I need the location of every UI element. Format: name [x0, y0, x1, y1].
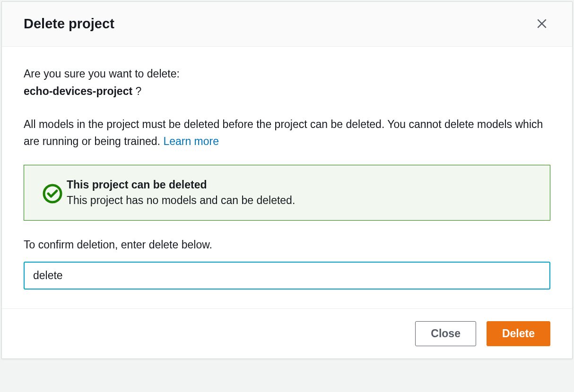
success-check-icon [42, 183, 63, 206]
status-description: This project has no models and can be de… [67, 194, 537, 207]
modal-header: Delete project [2, 2, 572, 47]
modal-title: Delete project [24, 16, 114, 32]
confirm-question: Are you sure you want to delete: [24, 66, 550, 82]
warning-text: All models in the project must be delete… [24, 116, 550, 150]
close-icon[interactable] [533, 15, 550, 32]
learn-more-link[interactable]: Learn more [163, 135, 219, 147]
modal-body: Are you sure you want to delete: echo-de… [2, 47, 572, 308]
delete-project-modal: Delete project Are you sure you want to … [1, 1, 573, 359]
status-success-box: This project can be deleted This project… [24, 165, 550, 221]
modal-footer: Close Delete [2, 308, 572, 358]
question-suffix: ? [135, 85, 141, 97]
status-title: This project can be deleted [67, 179, 537, 191]
project-name-line: echo-devices-project ? [24, 83, 550, 100]
confirm-input-label: To confirm deletion, enter delete below. [24, 239, 550, 251]
confirm-delete-input[interactable] [24, 262, 550, 290]
background-obscured-row [0, 373, 574, 392]
close-button[interactable]: Close [415, 321, 476, 346]
warning-text-body: All models in the project must be delete… [24, 118, 543, 147]
delete-button[interactable]: Delete [487, 321, 550, 346]
project-name: echo-devices-project [24, 85, 132, 97]
